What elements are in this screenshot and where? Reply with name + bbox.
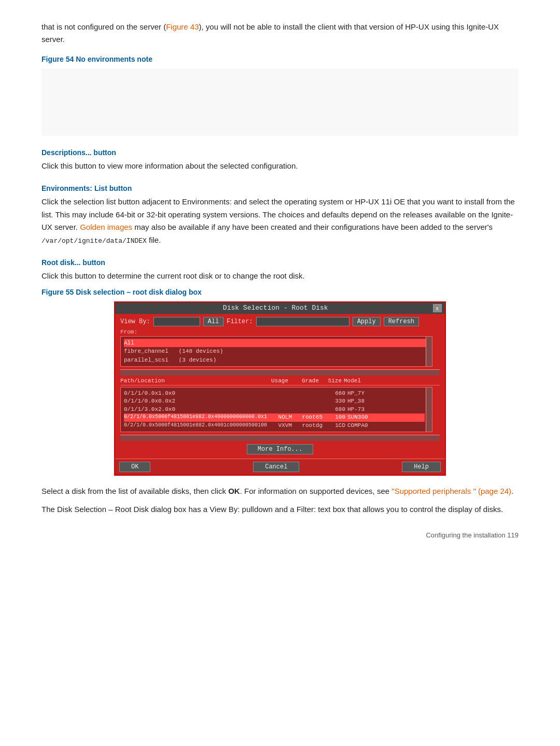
disk-row-2[interactable]: 0/1/1/3.0x2.0x0 680 HP-73 bbox=[124, 406, 425, 413]
environments-text3: file. bbox=[147, 236, 161, 244]
dialog-titlebar-text: Disk Selection - Root Disk bbox=[118, 304, 433, 312]
ok-button[interactable]: OK bbox=[119, 462, 150, 472]
col-path-header: Path/Location bbox=[120, 378, 255, 384]
environments-body: Click the selection list button adjacent… bbox=[41, 196, 519, 247]
list-item-parallel[interactable]: parallel_scsi (3 devices) bbox=[124, 356, 429, 365]
disk-scrollbar-h[interactable] bbox=[120, 435, 440, 441]
index-path: /var/opt/ignite/data/INDEX bbox=[41, 237, 147, 245]
apply-btn[interactable]: Apply bbox=[353, 317, 381, 326]
disk-list-box[interactable]: 0/1/1/0.0x1.0x0 660 HP_7Y 0/1/1/0.0x0.0x… bbox=[120, 387, 432, 432]
more-info-row: More Info... bbox=[120, 444, 440, 454]
from-list-box[interactable]: All fibre_channel (148 devices) parallel… bbox=[120, 336, 432, 367]
from-label: From: bbox=[120, 329, 440, 335]
more-info-button[interactable]: More Info... bbox=[247, 444, 313, 454]
intro-text1: that is not configured on the server ( bbox=[41, 22, 166, 31]
ok-bold: OK bbox=[228, 487, 240, 495]
refresh-btn[interactable]: Refresh bbox=[384, 317, 419, 326]
viewby-row: View By: All Filter: Apply Refresh bbox=[120, 317, 440, 326]
disk-scrollbar-v[interactable] bbox=[426, 388, 432, 432]
col-usage-header: Usage bbox=[257, 378, 288, 384]
filter-input[interactable] bbox=[256, 317, 349, 326]
rootdisk-heading: Root disk... button bbox=[41, 258, 519, 267]
post-text2: . For information on supported devices, … bbox=[240, 487, 392, 495]
col-size-header: Size bbox=[321, 378, 342, 384]
col-model-header: Model bbox=[344, 378, 385, 384]
figure43-link[interactable]: Figure 43 bbox=[166, 22, 199, 31]
post-text1: Select a disk from the list of available… bbox=[41, 487, 228, 495]
intro-paragraph: that is not configured on the server (Fi… bbox=[41, 21, 519, 46]
disk-row-0[interactable]: 0/1/1/0.0x1.0x0 660 HP_7Y bbox=[124, 390, 425, 397]
golden-images-link[interactable]: Golden images bbox=[80, 223, 132, 231]
environments-text2: may also be available if any have been c… bbox=[134, 223, 493, 231]
disk-selection-dialog: Disk Selection - Root Disk x View By: Al… bbox=[114, 301, 446, 476]
dialog-close-button[interactable]: x bbox=[433, 304, 442, 312]
descriptions-body: Click this button to view more informati… bbox=[41, 160, 519, 173]
figure55-title: Figure 55 Disk selection – root disk dia… bbox=[41, 288, 519, 296]
post-text3: . bbox=[511, 487, 513, 495]
col-grade-header: Grade bbox=[290, 378, 319, 384]
list-scrollbar-v[interactable] bbox=[426, 337, 432, 367]
dialog-body: View By: All Filter: Apply Refresh From:… bbox=[115, 314, 445, 459]
supported-peripherals-link[interactable]: "Supported peripherals " (page 24) bbox=[391, 487, 511, 495]
viewby-label: View By: bbox=[120, 318, 150, 325]
post-figure-para1: Select a disk from the list of available… bbox=[41, 485, 519, 498]
list-item-fibre[interactable]: fibre_channel (148 devices) bbox=[124, 347, 429, 356]
help-button[interactable]: Help bbox=[402, 462, 441, 472]
descriptions-heading: Descriptions... button bbox=[41, 148, 519, 157]
rootdisk-body: Click this button to determine the curre… bbox=[41, 270, 519, 283]
list-scrollbar-h[interactable] bbox=[120, 369, 440, 376]
disk-row-1[interactable]: 0/1/1/0.0x0.0x2 330 HP_38 bbox=[124, 397, 425, 405]
viewby-input[interactable] bbox=[153, 317, 200, 326]
viewby-all-btn[interactable]: All bbox=[203, 317, 224, 326]
dialog-footer: OK Cancel Help bbox=[115, 459, 445, 475]
filter-label: Filter: bbox=[227, 318, 253, 325]
dialog-titlebar: Disk Selection - Root Disk x bbox=[115, 302, 445, 314]
figure54-title: Figure 54 No environments note bbox=[41, 55, 519, 63]
cancel-button[interactable]: Cancel bbox=[253, 462, 299, 472]
disk-row-3[interactable]: 0/2/1/0.0x5000f4815001e882.0x40000000000… bbox=[124, 413, 425, 421]
page-footer: Configuring the installation 119 bbox=[41, 531, 519, 539]
environments-heading: Environments: List button bbox=[41, 184, 519, 192]
disk-table-header: Path/Location Usage Grade Size Model bbox=[120, 378, 440, 385]
list-item-all[interactable]: All bbox=[124, 339, 429, 348]
disk-row-4[interactable]: 0/2/1/0.0x5000f4815001e882.0x4001c000000… bbox=[124, 422, 425, 430]
figure54-image bbox=[41, 68, 519, 136]
post-figure-para2: The Disk Selection – Root Disk dialog bo… bbox=[41, 503, 519, 516]
